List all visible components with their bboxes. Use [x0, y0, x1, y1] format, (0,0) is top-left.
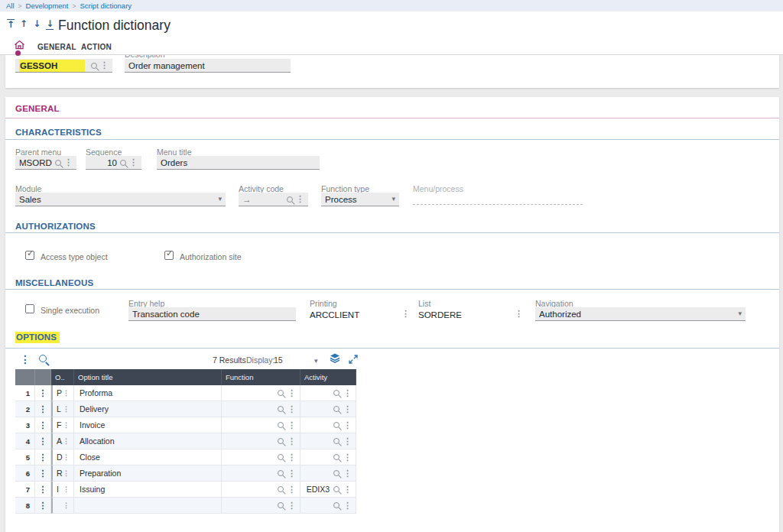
function-cell[interactable]: ⋮ — [222, 466, 301, 482]
sequence-field[interactable]: 10 ⋮ — [86, 156, 141, 170]
description-field[interactable]: Order management — [125, 59, 291, 73]
section-miscellaneous[interactable]: MISCELLANEOUS — [15, 278, 93, 287]
header-option-title[interactable]: Option title — [74, 369, 222, 385]
levels-icon[interactable] — [330, 352, 340, 366]
option-code-cell[interactable]: R⋮ — [51, 466, 74, 482]
row-menu-icon[interactable]: ⋮ — [35, 482, 51, 498]
tab-action[interactable]: ACTION — [81, 43, 112, 51]
access-type-object-checkbox[interactable] — [25, 251, 34, 260]
previous-record-icon[interactable]: ↑ — [20, 19, 28, 30]
lookup-icon[interactable] — [278, 486, 284, 492]
lookup-icon[interactable] — [278, 422, 284, 428]
table-row[interactable]: 7 ⋮ I⋮ Issuing ⋮ EDIX3 ⋮ — [15, 482, 356, 498]
row-menu-icon[interactable]: ⋮ — [35, 385, 51, 401]
lookup-icon[interactable] — [333, 454, 340, 460]
cell-actions-icon[interactable]: ⋮ — [343, 389, 352, 397]
cell-actions-icon[interactable]: ⋮ — [63, 469, 70, 477]
authorization-site-checkbox[interactable] — [164, 251, 174, 260]
entry-help-field[interactable]: Transaction code — [128, 307, 296, 321]
first-record-icon[interactable]: ↑ — [7, 19, 15, 30]
lookup-icon[interactable] — [333, 486, 340, 492]
cell-actions-icon[interactable]: ⋮ — [288, 501, 296, 510]
cell-actions-icon[interactable]: ⋮ — [63, 437, 70, 445]
option-code-cell[interactable]: L⋮ — [51, 401, 74, 417]
list-actions-icon[interactable]: ⋮ — [515, 310, 523, 318]
table-row[interactable]: 8 ⋮ ⋮ ⋮ ⋮ — [15, 498, 356, 514]
cell-actions-icon[interactable]: ⋮ — [343, 469, 352, 478]
option-title-cell[interactable]: Invoice — [74, 417, 222, 433]
display-chevron-icon[interactable]: ▾ — [314, 358, 318, 365]
row-menu-icon[interactable]: ⋮ — [35, 449, 51, 466]
function-cell[interactable]: ⋮ — [222, 385, 301, 401]
function-cell[interactable]: ⋮ — [222, 433, 301, 449]
lookup-icon[interactable] — [333, 502, 340, 508]
table-menu-icon[interactable]: ⋮ — [20, 354, 31, 365]
breadcrumb-item-development[interactable]: Development — [26, 2, 69, 10]
activity-cell[interactable]: EDIX3 ⋮ — [301, 482, 356, 498]
printing-actions-icon[interactable]: ⋮ — [401, 310, 410, 318]
option-title-cell[interactable]: Preparation — [74, 466, 222, 482]
cell-actions-icon[interactable]: ⋮ — [288, 453, 296, 462]
table-row[interactable]: 2 ⋮ L⋮ Delivery ⋮ ⋮ — [15, 401, 356, 417]
next-record-icon[interactable]: ↓ — [33, 19, 41, 30]
option-title-cell[interactable]: Proforma — [74, 385, 222, 401]
option-code-cell[interactable]: D⋮ — [51, 449, 74, 466]
activity-cell[interactable]: ⋮ — [301, 401, 356, 417]
activity-cell[interactable]: ⋮ — [301, 449, 356, 466]
row-menu-icon[interactable]: ⋮ — [35, 401, 51, 417]
function-cell[interactable]: ⋮ — [222, 498, 301, 514]
lookup-icon[interactable] — [333, 470, 340, 476]
tab-general[interactable]: GENERAL — [37, 43, 76, 51]
lookup-icon[interactable] — [333, 406, 340, 412]
breadcrumb-item-all[interactable]: All — [6, 2, 15, 10]
option-title-cell[interactable]: Allocation — [74, 433, 222, 449]
cell-actions-icon[interactable]: ⋮ — [288, 437, 296, 446]
cell-actions-icon[interactable]: ⋮ — [63, 453, 70, 461]
lookup-icon[interactable] — [287, 196, 293, 203]
cell-actions-icon[interactable]: ⋮ — [288, 389, 296, 397]
chevron-down-icon[interactable]: ▾ — [218, 196, 222, 203]
lookup-icon[interactable] — [278, 406, 284, 412]
function-cell[interactable]: ⋮ — [222, 482, 301, 498]
cell-actions-icon[interactable]: ⋮ — [63, 421, 70, 429]
row-menu-icon[interactable]: ⋮ — [35, 417, 51, 433]
expand-icon[interactable] — [349, 353, 358, 367]
printing-value[interactable]: ARCCLIENT — [310, 310, 359, 320]
header-option-code[interactable]: O.. — [51, 369, 74, 385]
field-actions-icon[interactable]: ⋮ — [64, 158, 73, 167]
field-actions-icon[interactable]: ⋮ — [296, 195, 304, 203]
activity-cell[interactable]: ⋮ — [301, 385, 356, 401]
activity-cell[interactable]: ⋮ — [301, 498, 356, 514]
function-type-select[interactable]: Process ▾ — [321, 193, 399, 206]
lookup-icon[interactable] — [278, 502, 284, 508]
navigation-select[interactable]: Authorized ▾ — [535, 307, 746, 321]
cell-actions-icon[interactable]: ⋮ — [63, 405, 70, 413]
option-code-cell[interactable]: P⋮ — [51, 385, 74, 401]
option-code-cell[interactable]: ⋮ — [51, 498, 74, 514]
lookup-icon[interactable] — [333, 390, 340, 396]
cell-actions-icon[interactable]: ⋮ — [288, 421, 296, 430]
option-code-cell[interactable]: F⋮ — [51, 417, 74, 433]
function-cell[interactable]: ⋮ — [222, 401, 301, 417]
cell-actions-icon[interactable]: ⋮ — [63, 501, 70, 509]
cell-actions-icon[interactable]: ⋮ — [288, 485, 296, 494]
option-title-cell[interactable] — [74, 498, 222, 514]
chevron-down-icon[interactable]: ▾ — [738, 310, 742, 317]
module-select[interactable]: Sales ▾ — [15, 193, 226, 206]
header-activity[interactable]: Activity — [301, 369, 356, 385]
table-search-icon[interactable] — [39, 355, 47, 362]
cell-actions-icon[interactable]: ⋮ — [343, 453, 352, 462]
lookup-icon[interactable] — [333, 422, 340, 428]
cell-actions-icon[interactable]: ⋮ — [63, 485, 70, 493]
field-actions-icon[interactable]: ⋮ — [100, 61, 109, 70]
section-characteristics[interactable]: CHARACTERISTICS — [15, 128, 102, 137]
field-actions-icon[interactable]: ⋮ — [129, 158, 138, 167]
row-menu-icon[interactable]: ⋮ — [35, 466, 51, 482]
cell-actions-icon[interactable]: ⋮ — [63, 389, 70, 397]
activity-cell[interactable]: ⋮ — [301, 417, 356, 433]
lookup-icon[interactable] — [278, 454, 284, 460]
row-menu-icon[interactable]: ⋮ — [35, 433, 51, 449]
row-menu-icon[interactable]: ⋮ — [35, 498, 51, 514]
cell-actions-icon[interactable]: ⋮ — [343, 501, 352, 510]
breadcrumb-item-script-dictionary[interactable]: Script dictionary — [80, 2, 132, 10]
